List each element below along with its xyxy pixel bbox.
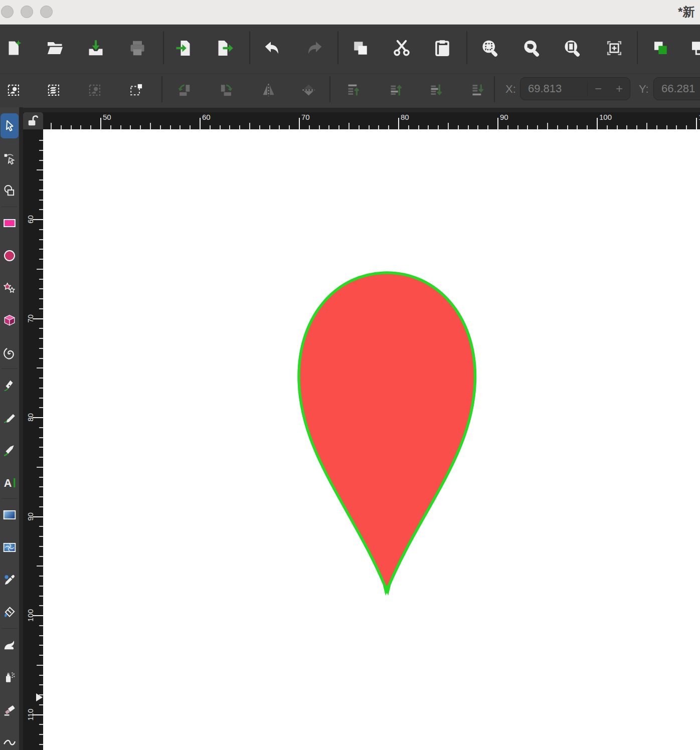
ruler-tick xyxy=(507,125,508,129)
ruler-tick xyxy=(39,249,43,250)
ruler-tick xyxy=(517,125,518,129)
ruler-tick xyxy=(39,338,43,339)
tool-paint-bucket-tool[interactable] xyxy=(1,600,19,625)
horizontal-ruler[interactable]: 5060708090100110 xyxy=(23,112,700,129)
raise-button[interactable] xyxy=(386,80,406,100)
ruler-tick xyxy=(438,125,439,129)
x-input[interactable]: 69.813 − + xyxy=(520,77,630,100)
rotate-cw-icon xyxy=(218,82,234,98)
ruler-tick xyxy=(200,118,201,129)
export-document-button[interactable] xyxy=(214,37,237,60)
tool-gradient-tool[interactable] xyxy=(1,502,19,527)
tool-spiral-tool[interactable] xyxy=(1,340,19,365)
y-input[interactable]: 66.281 xyxy=(653,77,700,100)
inkscape-window: *新 X: 69.813 − + Y: 66.281 A 50607080901… xyxy=(0,0,700,750)
toolbox-separator xyxy=(2,498,18,499)
ruler-tick xyxy=(39,457,43,458)
select-all-layers-button[interactable] xyxy=(44,80,64,100)
ruler-tick xyxy=(369,125,370,129)
new-document-button[interactable] xyxy=(3,37,26,60)
select-all-layers-icon xyxy=(47,82,62,98)
flip-vertical-button[interactable] xyxy=(298,80,318,100)
cut-button[interactable] xyxy=(390,37,413,60)
print-document-button[interactable] xyxy=(126,37,149,60)
paste-button[interactable] xyxy=(431,37,454,60)
ruler-tick xyxy=(61,125,62,129)
minimize-button[interactable] xyxy=(21,6,33,18)
x-stepper-minus-button[interactable]: − xyxy=(587,82,609,96)
tool-rectangle-tool[interactable] xyxy=(1,211,19,236)
tool-pencil-tool[interactable] xyxy=(1,405,19,430)
ruler-tick xyxy=(338,125,339,129)
vertical-ruler[interactable]: 60708090100110 xyxy=(23,129,43,750)
zoom-selection-button[interactable] xyxy=(478,37,501,60)
ruler-tick xyxy=(39,398,43,399)
mesh-gradient-tool-icon xyxy=(3,541,16,554)
tool-box-3d-tool[interactable] xyxy=(1,308,19,333)
ruler-tick xyxy=(696,118,697,129)
tool-spray-tool[interactable] xyxy=(1,665,19,690)
ruler-tick xyxy=(39,496,43,497)
ruler-tick xyxy=(289,125,290,129)
save-document-button[interactable] xyxy=(84,37,107,60)
ruler-tick xyxy=(39,160,43,161)
ruler-tick xyxy=(398,118,399,129)
tool-text-tool[interactable]: A xyxy=(1,470,19,495)
close-button[interactable] xyxy=(1,6,14,18)
ruler-tick xyxy=(130,125,131,129)
import-document-button[interactable] xyxy=(173,37,196,60)
ruler-tick xyxy=(39,635,43,636)
tool-selector[interactable] xyxy=(1,113,19,138)
zoom-frame-button[interactable] xyxy=(603,37,626,60)
lower-to-bottom-button[interactable] xyxy=(468,80,488,100)
ruler-tick xyxy=(418,125,419,129)
select-all-icon xyxy=(7,82,22,98)
ellipse-tool-icon xyxy=(3,249,16,262)
pen-tool-icon xyxy=(3,379,16,392)
flip-horizontal-button[interactable] xyxy=(258,80,278,100)
clone-button[interactable] xyxy=(686,37,700,60)
lower-button[interactable] xyxy=(426,80,446,100)
tool-eraser-tool[interactable] xyxy=(1,697,19,722)
guide-lock-button[interactable] xyxy=(23,112,43,129)
tool-connector-tool[interactable] xyxy=(1,729,19,750)
ruler-tick xyxy=(39,477,43,478)
ruler-tick xyxy=(527,125,528,129)
x-value[interactable]: 69.813 xyxy=(520,82,587,95)
copy-button[interactable] xyxy=(349,37,372,60)
y-value[interactable]: 66.281 xyxy=(654,82,700,95)
tool-pen-tool[interactable] xyxy=(1,373,19,398)
open-padlock-icon xyxy=(27,114,40,127)
raise-to-top-button[interactable] xyxy=(343,80,364,100)
text-tool-icon: A xyxy=(3,476,16,489)
tool-ellipse-tool[interactable] xyxy=(1,243,19,268)
selection-box-button[interactable] xyxy=(126,80,146,100)
tool-tweak-tool[interactable] xyxy=(1,632,19,657)
ruler-tick xyxy=(617,125,618,129)
ruler-label: 100 xyxy=(26,606,35,626)
tool-calligraphy-tool[interactable] xyxy=(1,438,19,463)
tool-shape-builder[interactable] xyxy=(1,178,19,203)
ruler-tick xyxy=(279,125,280,129)
ruler-tick xyxy=(597,118,598,129)
tool-dropper-tool[interactable] xyxy=(1,568,19,593)
duplicate-button[interactable] xyxy=(649,37,672,60)
rotate-cw-button[interactable] xyxy=(216,80,236,100)
tool-mesh-gradient-tool[interactable] xyxy=(1,535,19,560)
x-stepper-plus-button[interactable]: + xyxy=(609,82,630,96)
deselect-button[interactable] xyxy=(85,80,105,100)
star-tool-icon xyxy=(3,282,16,295)
ruler-tick xyxy=(666,125,667,129)
open-document-button[interactable] xyxy=(44,37,67,60)
rotate-ccw-button[interactable] xyxy=(174,80,195,100)
undo-button[interactable] xyxy=(261,37,284,60)
redo-button[interactable] xyxy=(303,37,326,60)
zoom-button[interactable] xyxy=(40,6,53,18)
zoom-page-button[interactable] xyxy=(561,37,584,60)
paste-icon xyxy=(433,39,451,57)
zoom-drawing-button[interactable] xyxy=(520,37,543,60)
tool-node-editor[interactable] xyxy=(1,146,19,171)
tool-star-tool[interactable] xyxy=(1,276,19,301)
ruler-tick xyxy=(378,125,379,129)
select-all-button[interactable] xyxy=(4,80,24,100)
